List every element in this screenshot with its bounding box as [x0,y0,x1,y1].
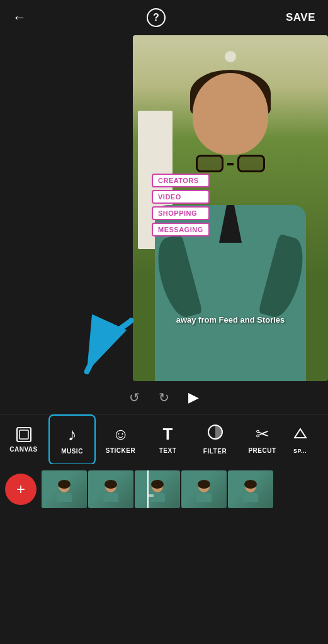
timeline-strip: 0:53.0 2:26.1 [42,470,328,508]
canvas-label: CANVAS [9,446,37,453]
timeline-thumb-5 [228,470,273,508]
svg-point-19 [244,480,257,489]
timeline-thumb-4 [181,470,227,508]
glass-right [237,155,265,172]
sticker-icon: ☺ [112,425,129,444]
help-button[interactable]: ? [147,8,166,27]
playback-controls: ↺ ↻ ▶ [0,381,328,414]
toolbar-item-canvas[interactable]: CANVAS [0,414,47,465]
video-frame: CREATORS VIDEO SHOPPING MESSAGING away f… [133,35,328,381]
shirt-leaf-right [258,234,310,321]
text-icon: T [163,425,173,444]
person-glasses [196,155,265,172]
svg-point-6 [58,480,71,489]
filter-label: FILTER [203,448,227,455]
save-button[interactable]: SAVE [286,11,315,24]
svg-rect-15 [196,493,212,502]
sticker-video: VIDEO [152,190,210,204]
glass-left [196,155,223,172]
shirt-leaf-left [151,234,203,321]
back-button[interactable]: ← [13,9,26,26]
thumb-inner-5 [228,470,273,508]
thumb-inner-3 [135,470,180,508]
toolbar: CANVAS ♪ MUSIC ☺ STICKER T TEXT FILTER ✂… [0,414,328,464]
shirt-collar [212,205,249,243]
play-button[interactable]: ▶ [188,389,199,406]
person-head [193,73,268,155]
redo-button[interactable]: ↻ [159,390,169,405]
header: ← ? SAVE [0,0,328,35]
toolbar-item-text[interactable]: T TEXT [144,414,191,465]
speed-icon [293,425,307,445]
svg-point-9 [105,480,117,489]
precut-label: PRECUT [248,447,276,454]
speed-label: SP... [293,448,307,454]
svg-rect-8 [103,493,118,502]
toolbar-item-precut[interactable]: ✂ PRECUT [239,414,286,465]
svg-point-12 [151,480,164,489]
thumb-inner-2 [88,470,133,508]
sticker-creators: CREATORS [152,174,210,187]
timeline-thumb-3 [135,470,180,508]
svg-rect-2 [20,430,28,439]
timeline-thumb-2 [88,470,133,508]
svg-rect-18 [243,493,258,502]
thumb-inner-4 [181,470,227,508]
svg-rect-13 [149,494,154,497]
timeline: + [0,464,328,514]
text-label: TEXT [159,447,177,454]
sticker-overlays: CREATORS VIDEO SHOPPING MESSAGING [152,174,210,236]
video-caption: away from Feed and Stories [176,315,285,325]
sticker-shopping: SHOPPING [152,206,210,220]
music-icon: ♪ [68,425,77,445]
undo-button[interactable]: ↺ [129,390,140,405]
svg-rect-5 [57,493,72,502]
sticker-messaging: MESSAGING [152,223,210,236]
toolbar-item-sticker[interactable]: ☺ STICKER [97,414,144,465]
timeline-thumb-1 [42,470,87,508]
sticker-label: STICKER [106,447,135,454]
thumb-inner-1 [42,470,87,508]
glass-bridge [227,163,234,165]
canvas-icon [16,426,32,443]
toolbar-item-filter[interactable]: FILTER [191,414,239,465]
precut-icon: ✂ [256,425,269,444]
video-preview: CREATORS VIDEO SHOPPING MESSAGING away f… [133,35,328,381]
svg-point-16 [198,480,210,489]
music-label: MUSIC [61,448,83,455]
toolbar-item-speed[interactable]: SP... [286,414,314,465]
toolbar-item-music[interactable]: ♪ MUSIC [48,414,96,465]
filter-icon [207,424,223,445]
add-clip-button[interactable]: + [5,474,37,505]
ceiling-light [225,51,236,62]
playhead[interactable] [147,470,149,508]
